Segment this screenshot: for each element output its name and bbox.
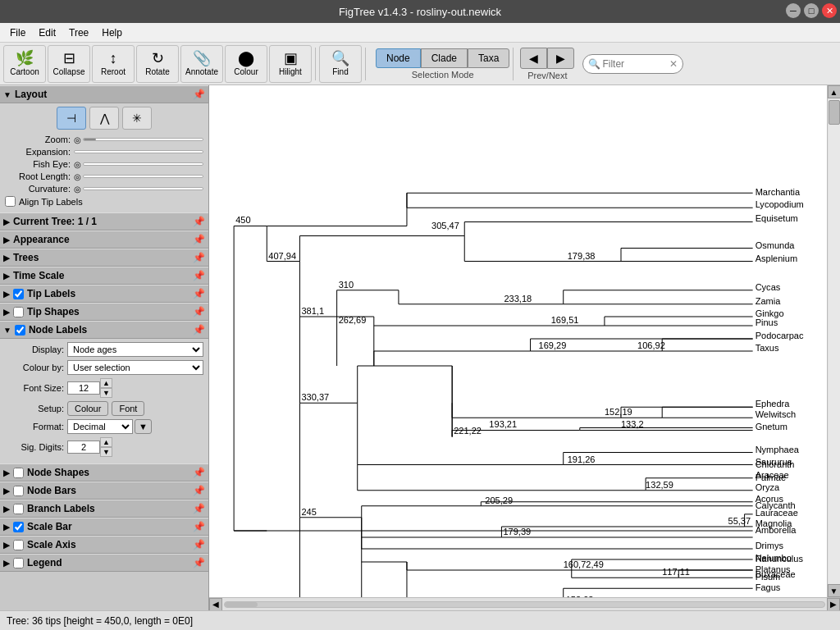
prev-button[interactable]: ◀ [520, 48, 547, 69]
node-labels-header[interactable]: ▼ Node Labels 📌 [0, 321, 208, 339]
horizontal-scrollbar[interactable]: ◀ ▶ [209, 597, 840, 610]
layout-slant-button[interactable]: ⋀ [89, 107, 119, 130]
scroll-track[interactable] [829, 98, 840, 584]
node-bars-pin-icon[interactable]: 📌 [193, 485, 205, 496]
colour-by-select[interactable]: User selection Fixed colour [67, 360, 203, 375]
font-size-down-button[interactable]: ▼ [100, 388, 112, 398]
filter-input[interactable] [602, 58, 668, 70]
node-labels-pin-icon[interactable]: 📌 [193, 324, 205, 336]
taxa-select-button[interactable]: Taxa [468, 48, 509, 68]
minimize-button[interactable]: ─ [786, 3, 801, 18]
scroll-down-button[interactable]: ▼ [828, 584, 841, 597]
scroll-thumb[interactable] [829, 100, 840, 125]
annotate-button[interactable]: 📎 Annotate [180, 45, 223, 83]
appearance-pin-icon[interactable]: 📌 [193, 234, 205, 245]
collapse-button[interactable]: ⊟ Collapse [48, 45, 90, 83]
legend-header[interactable]: ▶ Legend 📌 [0, 554, 208, 572]
sig-digits-down-button[interactable]: ▼ [100, 447, 112, 457]
branch-labels-header[interactable]: ▶ Branch Labels 📌 [0, 500, 208, 518]
layout-pin-icon[interactable]: 📌 [193, 89, 205, 100]
scroll-up-button[interactable]: ▲ [828, 85, 841, 98]
scale-bar-pin-icon[interactable]: 📌 [193, 521, 205, 532]
zoom-track[interactable] [83, 138, 203, 141]
svg-text:191,26: 191,26 [568, 454, 596, 464]
font-size-input[interactable] [67, 381, 100, 395]
scroll-right-button[interactable]: ▶ [827, 598, 840, 611]
colour-button[interactable]: ⬤ Colour [225, 45, 267, 83]
expansion-track[interactable] [74, 150, 203, 153]
sig-digits-up-button[interactable]: ▲ [100, 437, 112, 447]
scale-bar-checkbox[interactable] [13, 522, 24, 532]
legend-pin-icon[interactable]: 📌 [193, 557, 205, 568]
rotate-button[interactable]: ↻ Rotate [136, 45, 179, 83]
sig-digits-input[interactable] [67, 441, 100, 454]
scale-axis-pin-icon[interactable]: 📌 [193, 539, 205, 550]
menu-help[interactable]: Help [95, 25, 129, 40]
menu-tree[interactable]: Tree [62, 25, 95, 40]
time-scale-pin-icon[interactable]: 📌 [193, 270, 205, 281]
filter-clear-button[interactable]: ✕ [669, 58, 678, 70]
find-button[interactable]: 🔍 Find [319, 45, 362, 83]
h-scroll-track[interactable] [224, 601, 825, 608]
trees-pin-icon[interactable]: 📌 [193, 252, 205, 263]
node-shapes-checkbox[interactable] [13, 468, 24, 478]
scroll-left-button[interactable]: ◀ [209, 598, 222, 611]
tip-shapes-title: Tip Shapes [27, 306, 80, 317]
align-tip-labels-checkbox[interactable] [5, 196, 16, 207]
clade-select-button[interactable]: Clade [421, 48, 468, 68]
layout-rect-button[interactable]: ⊣ [57, 107, 86, 130]
node-shapes-header[interactable]: ▶ Node Shapes 📌 [0, 463, 208, 482]
svg-text:Podocarpac: Podocarpac [756, 331, 804, 340]
root-length-track[interactable] [83, 175, 203, 178]
setup-font-button[interactable]: Font [112, 401, 144, 416]
display-select[interactable]: Node ages Posterior Branch lengths [67, 342, 203, 357]
h-scroll-thumb[interactable] [225, 602, 258, 607]
node-bars-checkbox[interactable] [13, 486, 24, 496]
tip-shapes-arrow-icon: ▶ [3, 308, 10, 317]
maximize-button[interactable]: □ [804, 3, 819, 18]
tip-labels-header[interactable]: ▶ Tip Labels 📌 [0, 285, 208, 303]
vertical-scrollbar[interactable]: ▲ ▼ [827, 85, 840, 597]
node-shapes-pin-icon[interactable]: 📌 [193, 467, 205, 478]
tip-labels-pin-icon[interactable]: 📌 [193, 288, 205, 299]
format-dropdown-button[interactable]: ▼ [135, 419, 152, 434]
close-button[interactable]: ✕ [822, 3, 837, 18]
current-tree-pin-icon[interactable]: 📌 [193, 216, 205, 227]
format-select[interactable]: Decimal Scientific Integer [67, 419, 133, 434]
scale-axis-checkbox[interactable] [13, 540, 24, 550]
scale-bar-header[interactable]: ▶ Scale Bar 📌 [0, 518, 208, 536]
current-tree-header[interactable]: ▶ Current Tree: 1 / 1 📌 [0, 212, 208, 231]
node-bars-header[interactable]: ▶ Node Bars 📌 [0, 482, 208, 500]
svg-text:330,37: 330,37 [301, 392, 329, 402]
next-button[interactable]: ▶ [547, 48, 574, 69]
display-label: Display: [5, 345, 64, 354]
layout-section-content: ⊣ ⋀ ✳ Zoom: ◎ Expansion: Fish Eye: ◎ [0, 103, 208, 212]
colour-by-row: Colour by: User selection Fixed colour [5, 360, 203, 375]
reroot-button[interactable]: ↕ Reroot [92, 45, 135, 83]
layout-radial-button[interactable]: ✳ [122, 107, 152, 130]
scale-axis-header[interactable]: ▶ Scale Axis 📌 [0, 536, 208, 554]
branch-labels-checkbox[interactable] [13, 504, 24, 514]
tip-shapes-checkbox[interactable] [13, 307, 24, 317]
tip-labels-checkbox[interactable] [13, 289, 24, 299]
legend-checkbox[interactable] [13, 558, 24, 568]
svg-text:Welwitsch: Welwitsch [756, 409, 796, 419]
menu-edit[interactable]: Edit [32, 25, 62, 40]
node-labels-checkbox[interactable] [15, 325, 25, 336]
layout-section-header[interactable]: ▼ Layout 📌 [0, 85, 208, 103]
time-scale-header[interactable]: ▶ Time Scale 📌 [0, 267, 208, 285]
hilight-button[interactable]: ▣ Hilight [269, 45, 312, 83]
tree-view[interactable]: 450 407,94 381,1 305,47 179,38 310 233,1… [209, 85, 827, 597]
branch-labels-pin-icon[interactable]: 📌 [193, 503, 205, 514]
fish-eye-track[interactable] [83, 162, 203, 166]
curvature-track[interactable] [83, 187, 203, 190]
tip-shapes-header[interactable]: ▶ Tip Shapes 📌 [0, 303, 208, 321]
node-select-button[interactable]: Node [376, 48, 421, 68]
appearance-header[interactable]: ▶ Appearance 📌 [0, 231, 208, 249]
cartoon-button[interactable]: 🌿 Cartoon [3, 45, 46, 83]
setup-colour-button[interactable]: Colour [67, 401, 108, 416]
font-size-up-button[interactable]: ▲ [100, 378, 112, 388]
tip-shapes-pin-icon[interactable]: 📌 [193, 306, 205, 317]
trees-header[interactable]: ▶ Trees 📌 [0, 249, 208, 267]
menu-file[interactable]: File [3, 25, 32, 40]
